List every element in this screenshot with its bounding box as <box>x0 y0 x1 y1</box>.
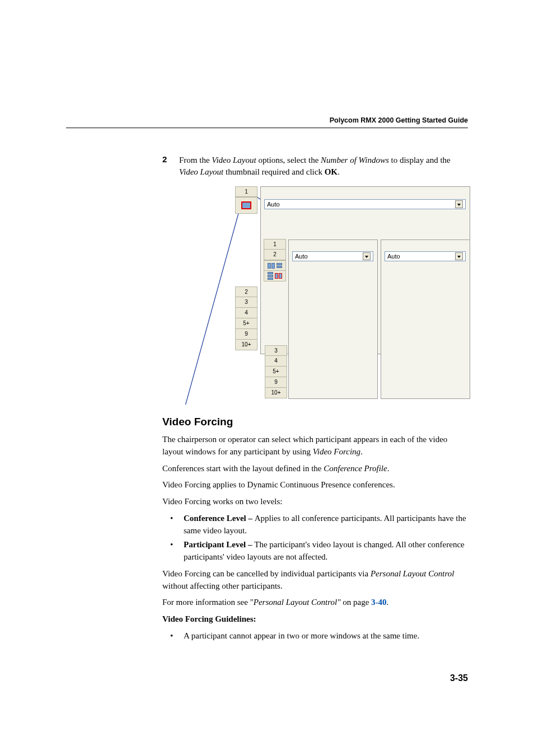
col2-thumbrow-a[interactable] <box>264 260 286 271</box>
col3-4[interactable]: 4 <box>265 356 287 367</box>
step-text: From the Video Layout options, select th… <box>179 154 468 178</box>
section-heading: Video Forcing <box>162 416 468 428</box>
col3-5[interactable]: 5+ <box>265 367 287 377</box>
col2-1[interactable]: 1 <box>264 239 286 250</box>
col1-4[interactable]: 4 <box>235 308 257 318</box>
col1-thumb[interactable] <box>235 197 257 214</box>
col3-10[interactable]: 10+ <box>265 388 287 398</box>
chevron-down-icon <box>455 200 463 208</box>
para-2: Conferences start with the layout define… <box>162 463 468 475</box>
chevron-down-icon <box>455 252 463 260</box>
xref-link[interactable]: 3-40 <box>371 598 387 607</box>
layout-single-icon <box>241 201 251 209</box>
panel-right-small: Auto <box>381 240 470 399</box>
guidelines-heading: Video Forcing Guidelines: <box>162 613 468 626</box>
auto-dropdown-main[interactable]: Auto <box>264 199 466 209</box>
chevron-down-icon <box>363 252 371 260</box>
col2-2[interactable]: 2 <box>264 250 286 260</box>
running-header: Polycom RMX 2000 Getting Started Guide <box>66 116 468 124</box>
page-number: 3-35 <box>450 673 468 683</box>
step-row: 2 From the Video Layout options, select … <box>162 154 468 178</box>
content-area: 2 From the Video Layout options, select … <box>162 154 468 647</box>
bullet-conference-level: Conference Level – Applies to all confer… <box>162 513 468 537</box>
para-1: The chairperson or operator can select w… <box>162 434 468 458</box>
col3-3[interactable]: 3 <box>265 345 287 356</box>
auto-dropdown-right[interactable]: Auto <box>385 251 466 261</box>
col3-9[interactable]: 9 <box>265 377 287 388</box>
col1-2[interactable]: 2 <box>235 287 257 297</box>
col1-3[interactable]: 3 <box>235 297 257 308</box>
header-title: Polycom RMX 2000 Getting Started Guide <box>330 116 468 124</box>
col1-10[interactable]: 10+ <box>235 340 257 350</box>
layout-3a-icon <box>268 272 273 280</box>
auto-label-r: Auto <box>387 253 400 260</box>
auto-label: Auto <box>267 201 280 208</box>
layout-2v-icon <box>277 263 282 268</box>
levels-list: Conference Level – Applies to all confer… <box>162 513 468 564</box>
auto-dropdown-left[interactable]: Auto <box>292 251 373 261</box>
guideline-1: A participant cannot appear in two or mo… <box>162 630 468 642</box>
auto-label-l: Auto <box>295 253 308 260</box>
para-3: Video Forcing applies to Dynamic Continu… <box>162 479 468 491</box>
col1-1[interactable]: 1 <box>235 186 257 197</box>
layout-2h-icon <box>268 263 275 269</box>
col1-9[interactable]: 9 <box>235 329 257 340</box>
col2-thumbrow-b[interactable] <box>264 271 286 281</box>
layout-sel-icon <box>275 273 282 279</box>
video-layout-figure: 1 2 3 4 5+ 9 10+ Auto 1 2 <box>162 184 468 405</box>
para-5: Video Forcing can be cancelled by indivi… <box>162 568 468 593</box>
para-4: Video Forcing works on two levels: <box>162 496 468 508</box>
panel-left-small: Auto <box>288 240 378 399</box>
col1-5[interactable]: 5+ <box>235 318 257 329</box>
para-6: For more information see "Personal Layou… <box>162 597 468 609</box>
guidelines-list: A participant cannot appear in two or mo… <box>162 630 468 642</box>
col2: 1 2 <box>264 239 286 281</box>
step-number: 2 <box>162 154 179 178</box>
bullet-participant-level: Participant Level – The participant's vi… <box>162 539 468 564</box>
col1: 1 2 3 4 5+ 9 10+ <box>235 186 257 350</box>
col3: 3 4 5+ 9 10+ <box>265 345 287 398</box>
header-rule <box>66 128 468 128</box>
